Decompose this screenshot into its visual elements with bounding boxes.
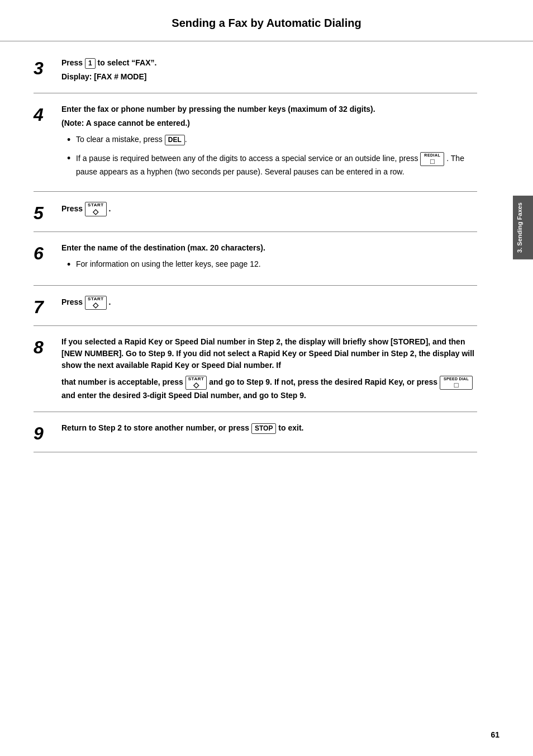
main-content: 3 Press 1 to select “FAX”. Display: [FAX… — [0, 41, 511, 475]
step-5-text: Press START ◇ . — [61, 204, 111, 213]
step-4-note: (Note: A space cannot be entered.) — [61, 119, 190, 127]
step-8-number: 8 — [34, 336, 61, 358]
step-6-bullets: • For information on using the letter ke… — [67, 258, 477, 271]
step-9-content: Return to Step 2 to store another number… — [61, 422, 477, 436]
step-9-number: 9 — [34, 422, 61, 444]
step-7: 7 Press START ◇ . — [34, 286, 477, 326]
step-4: 4 Enter the fax or phone number by press… — [34, 93, 477, 192]
step-6-content: Enter the name of the destination (max. … — [61, 242, 477, 277]
start-icon-8: ◇ — [193, 381, 199, 389]
step-4-bullets: • To clear a mistake, press DEL. • If a … — [67, 134, 477, 178]
step-8: 8 If you selected a Rapid Key or Speed D… — [34, 326, 477, 413]
step-7-content: Press START ◇ . — [61, 296, 477, 313]
step-5: 5 Press START ◇ . — [34, 192, 477, 232]
step-3-text: Press 1 to select “FAX”. — [61, 58, 156, 67]
step-5-content: Press START ◇ . — [61, 202, 477, 219]
key-start-7: START ◇ — [85, 296, 107, 310]
key-del: DEL — [165, 135, 185, 146]
start-icon-5: ◇ — [93, 208, 98, 215]
step-3-display: Display: [FAX # MODE] — [61, 72, 146, 81]
side-tab: 3. Sending Faxes — [513, 196, 533, 259]
page-number: 61 — [491, 730, 499, 739]
step-4-main: Enter the fax or phone number by pressin… — [61, 105, 375, 114]
bullet-dot-2: • — [67, 152, 76, 165]
step-3: 3 Press 1 to select “FAX”. Display: [FAX… — [34, 47, 477, 93]
step-6-main: Enter the name of the destination (max. … — [61, 243, 265, 252]
step-7-text: Press START ◇ . — [61, 297, 111, 306]
redial-icon: □ — [430, 158, 435, 165]
step-9-text: Return to Step 2 to store another number… — [61, 423, 303, 432]
step-3-number: 3 — [34, 57, 61, 79]
step-6-bullet-1: • For information on using the letter ke… — [67, 258, 477, 271]
step-8-content: If you selected a Rapid Key or Speed Dia… — [61, 336, 477, 404]
step-5-number: 5 — [34, 202, 61, 224]
step-4-bullet-2-text: If a pause is required between any of th… — [76, 152, 477, 178]
step-6-bullet-1-text: For information on using the letter keys… — [76, 258, 477, 270]
step-8-text: If you selected a Rapid Key or Speed Dia… — [61, 337, 474, 370]
step-8-text2: that number is acceptable, press START ◇… — [61, 377, 473, 400]
step-6: 6 Enter the name of the destination (max… — [34, 232, 477, 285]
step-3-content: Press 1 to select “FAX”. Display: [FAX #… — [61, 57, 477, 85]
step-6-number: 6 — [34, 242, 61, 264]
page-title: Sending a Fax by Automatic Dialing — [0, 0, 533, 41]
step-9: 9 Return to Step 2 to store another numb… — [34, 412, 477, 452]
step-7-number: 7 — [34, 296, 61, 318]
key-redial: REDIAL □ — [420, 152, 444, 166]
start-icon-7: ◇ — [93, 301, 98, 309]
step-4-number: 4 — [34, 103, 61, 125]
key-stop: STOP — [251, 423, 276, 434]
step-4-bullet-1: • To clear a mistake, press DEL. — [67, 134, 477, 147]
key-start-5: START ◇ — [85, 202, 107, 216]
step-4-bullet-1-text: To clear a mistake, press DEL. — [76, 134, 477, 145]
key-1: 1 — [85, 58, 96, 69]
step-4-content: Enter the fax or phone number by pressin… — [61, 103, 477, 183]
key-start-8: START ◇ — [185, 376, 207, 390]
bullet-dot-6: • — [67, 258, 76, 271]
step-4-bullet-2: • If a pause is required between any of … — [67, 152, 477, 178]
side-tab-label: 3. Sending Faxes — [516, 202, 523, 253]
speed-dial-icon: □ — [454, 381, 459, 389]
bullet-dot-1: • — [67, 134, 76, 147]
key-speed-dial: SPEED DIAL □ — [440, 376, 473, 390]
